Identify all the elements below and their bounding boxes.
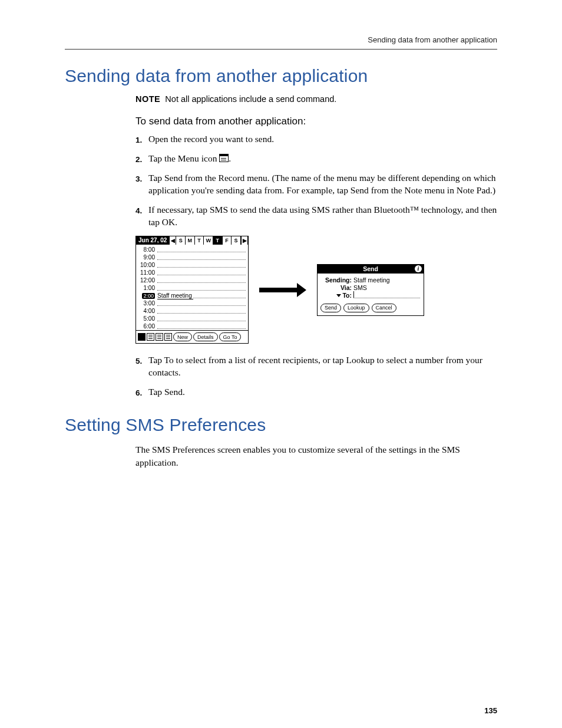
sending-value: Staff meeting [353,276,390,284]
running-header: Sending data from another application [65,35,497,44]
palm-datebook-screenshot: Jun 27, 02 ◀ SMTWTFS ▶ 8:009:0010:0011:0… [135,236,249,344]
palm-hour-row: 12:00 [138,276,246,284]
section2-intro: The SMS Preferences screen enables you t… [135,443,497,469]
palm-weekday: W [204,236,213,245]
palm-date: Jun 27, 02 [136,236,169,245]
step-text-a: Tap the Menu icon [148,153,219,163]
palm-hour-row: 2:00Staff meeting [138,292,246,299]
palm-weekday: T [195,236,204,245]
palm-next-icon: ▶ [241,236,248,245]
step-number: 4. [135,204,148,229]
step-number: 1. [135,133,148,146]
step-text: Tap the Menu icon . [148,153,497,165]
palm-hour-row: 4:00 [138,307,246,315]
palm-details-button: Details [193,332,218,341]
palm-hour-row: 10:00 [138,261,246,269]
palm-weekday-row: SMTWTFS [176,236,241,245]
step-text: If necessary, tap SMS to send the data u… [148,204,497,229]
step-number: 5. [135,354,148,379]
palm-weekday: S [232,236,241,245]
palm-view-icon [164,333,172,341]
palm-hour-row: 3:00 [138,299,246,307]
note: NOTE Not all applications include a send… [135,94,497,104]
step-text: Tap Send. [148,386,497,398]
page-number: 135 [484,706,497,715]
header-rule [65,49,497,50]
palm-new-button: New [173,332,192,341]
palm-hour-rows: 8:009:0010:0011:0012:001:002:00Staff mee… [136,245,248,330]
palm-hour-row: 1:00 [138,284,246,292]
to-field [353,292,420,298]
step-text: Tap Send from the Record menu. (The name… [148,172,497,197]
procedure-heading: To send data from another application: [135,116,497,127]
palm-weekday: F [223,236,232,245]
palm-hour-row: 11:00 [138,269,246,276]
dlg-send-button: Send [320,304,341,312]
to-label: To: [321,292,353,299]
info-icon: i [415,265,422,272]
send-dialog-title: Send [363,265,378,272]
section-heading-2: Setting SMS Preferences [65,415,497,435]
section-heading-1: Sending data from another application [65,66,497,86]
note-text: Not all applications include a send comm… [165,94,336,104]
dlg-cancel-button: Cancel [372,304,396,312]
dlg-lookup-button: Lookup [343,304,369,312]
step-number: 2. [135,153,148,165]
palm-hour-row: 9:00 [138,253,246,261]
arrow-icon [259,286,306,294]
palm-weekday: M [186,236,195,245]
palm-send-dialog: Send i Sending:Staff meeting Via:SMS To:… [317,264,424,316]
step-number: 6. [135,386,148,398]
step-text: Tap To to select from a list of recent r… [148,354,497,379]
palm-view-icon [138,333,146,341]
step-text: Open the record you want to send. [148,133,497,146]
palm-hour-row: 8:00 [138,246,246,253]
palm-prev-icon: ◀ [169,236,176,245]
palm-weekday: S [176,236,186,245]
palm-view-icon [156,333,163,341]
palm-view-icon [147,333,154,341]
step-number: 3. [135,172,148,197]
figure-row: Jun 27, 02 ◀ SMTWTFS ▶ 8:009:0010:0011:0… [135,236,497,344]
menu-icon [219,154,229,162]
step-text-b: . [229,153,231,163]
dropdown-icon [336,294,341,297]
palm-weekday: T [213,236,223,245]
note-label: NOTE [135,94,160,104]
palm-hour-row: 5:00 [138,315,246,322]
palm-goto-button: Go To [219,332,242,341]
sending-label: Sending: [321,276,353,284]
via-value: SMS [353,284,367,291]
palm-hour-row: 6:00 [138,322,246,330]
via-label: Via: [321,284,353,291]
